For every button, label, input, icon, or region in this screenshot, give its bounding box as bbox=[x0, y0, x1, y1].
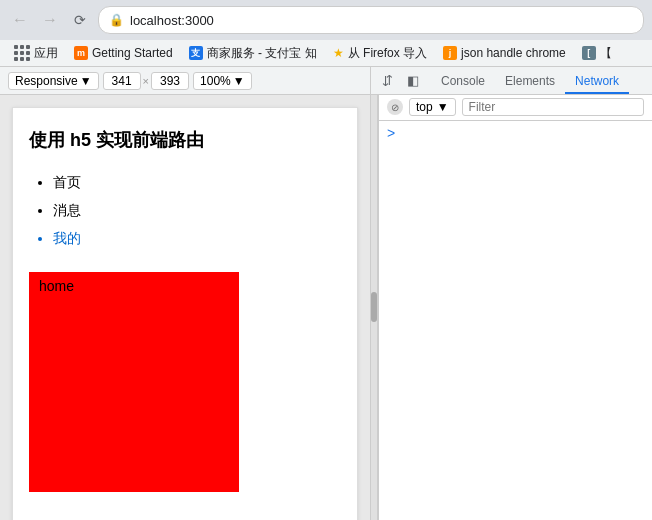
nav-item-home[interactable]: 首页 bbox=[53, 168, 341, 196]
main-area: 使用 h5 实现前端路由 首页 消息 我的 home ⊘ top bbox=[0, 95, 652, 520]
lock-icon: 🔒 bbox=[109, 13, 124, 27]
toolbar-devtools-row: Responsive ▼ × 100% ▼ ⇵ ◧ Console bbox=[0, 67, 652, 94]
scroll-divider[interactable] bbox=[370, 95, 378, 520]
red-content-box: home bbox=[29, 272, 239, 492]
height-input[interactable] bbox=[151, 72, 189, 90]
bookmark-favicon: 支 bbox=[189, 46, 203, 60]
forward-button[interactable]: → bbox=[38, 8, 62, 32]
nav-bar: ← → ⟳ 🔒 localhost:3000 bbox=[0, 0, 652, 40]
star-icon: ★ bbox=[333, 46, 344, 60]
devtools-pointer-button[interactable]: ⇵ bbox=[375, 69, 399, 93]
bookmark-alipay[interactable]: 支 商家服务 - 支付宝 知 bbox=[183, 43, 323, 64]
tab-network[interactable]: Network bbox=[565, 70, 629, 94]
context-label: top bbox=[416, 100, 433, 114]
url-text: localhost:3000 bbox=[130, 13, 214, 28]
nav-list: 首页 消息 我的 bbox=[53, 168, 341, 252]
browser-window: ← → ⟳ 🔒 localhost:3000 应用 m Get bbox=[0, 0, 652, 520]
bookmarks-bar: 应用 m Getting Started 支 商家服务 - 支付宝 知 ★ 从 … bbox=[0, 40, 652, 67]
bookmark-label: Getting Started bbox=[92, 46, 173, 60]
bookmark-apps[interactable]: 应用 bbox=[8, 43, 64, 64]
address-bar[interactable]: 🔒 localhost:3000 bbox=[98, 6, 644, 34]
devtools-console-bar: ⊘ top ▼ bbox=[379, 95, 652, 121]
nav-item-mine[interactable]: 我的 bbox=[53, 224, 341, 252]
devtools-device-button[interactable]: ◧ bbox=[401, 69, 425, 93]
page-heading: 使用 h5 实现前端路由 bbox=[29, 128, 341, 152]
zoom-arrow: ▼ bbox=[233, 74, 245, 88]
width-input[interactable] bbox=[103, 72, 141, 90]
console-context-select[interactable]: top ▼ bbox=[409, 98, 456, 116]
bookmark-firefox-import[interactable]: ★ 从 Firefox 导入 bbox=[327, 43, 433, 64]
dimension-fields: × bbox=[103, 72, 189, 90]
back-button[interactable]: ← bbox=[8, 8, 32, 32]
responsive-label: Responsive bbox=[15, 74, 78, 88]
bookmark-favicon: j bbox=[443, 46, 457, 60]
red-box-text: home bbox=[39, 278, 74, 294]
tab-elements[interactable]: Elements bbox=[495, 70, 565, 94]
devtools-toolbar: ⇵ ◧ Console Elements Network bbox=[370, 67, 652, 93]
responsive-dropdown[interactable]: Responsive ▼ bbox=[8, 72, 99, 90]
nav-item-messages[interactable]: 消息 bbox=[53, 196, 341, 224]
bookmark-label: 从 Firefox 导入 bbox=[348, 45, 427, 62]
bookmark-label: json handle chrome bbox=[461, 46, 566, 60]
refresh-button[interactable]: ⟳ bbox=[68, 8, 92, 32]
devtools-tabs: Console Elements Network bbox=[427, 67, 629, 93]
bookmark-bracket[interactable]: [ 【 bbox=[576, 43, 618, 64]
dropdown-arrow: ▼ bbox=[80, 74, 92, 88]
bookmark-favicon: [ bbox=[582, 46, 596, 60]
zoom-dropdown[interactable]: 100% ▼ bbox=[193, 72, 252, 90]
webpage-viewport: 使用 h5 实现前端路由 首页 消息 我的 home bbox=[0, 95, 370, 520]
dimension-separator: × bbox=[143, 75, 149, 87]
tab-console[interactable]: Console bbox=[431, 70, 495, 94]
devtools-content: > bbox=[379, 121, 652, 520]
scroll-handle bbox=[371, 292, 377, 322]
console-stop-icon[interactable]: ⊘ bbox=[387, 99, 403, 115]
responsive-toolbar: Responsive ▼ × 100% ▼ bbox=[0, 67, 370, 93]
bookmark-label: 【 bbox=[600, 45, 612, 62]
bookmark-getting-started[interactable]: m Getting Started bbox=[68, 44, 179, 62]
devtools-panel: ⊘ top ▼ > bbox=[378, 95, 652, 520]
bookmark-json-chrome[interactable]: j json handle chrome bbox=[437, 44, 572, 62]
context-arrow: ▼ bbox=[437, 100, 449, 114]
webpage-content: 使用 h5 实现前端路由 首页 消息 我的 home bbox=[12, 107, 358, 520]
zoom-label: 100% bbox=[200, 74, 231, 88]
bookmark-label: 商家服务 - 支付宝 知 bbox=[207, 45, 317, 62]
apps-label: 应用 bbox=[34, 45, 58, 62]
console-filter-input[interactable] bbox=[462, 98, 644, 116]
bookmark-favicon: m bbox=[74, 46, 88, 60]
console-arrow[interactable]: > bbox=[387, 125, 395, 141]
